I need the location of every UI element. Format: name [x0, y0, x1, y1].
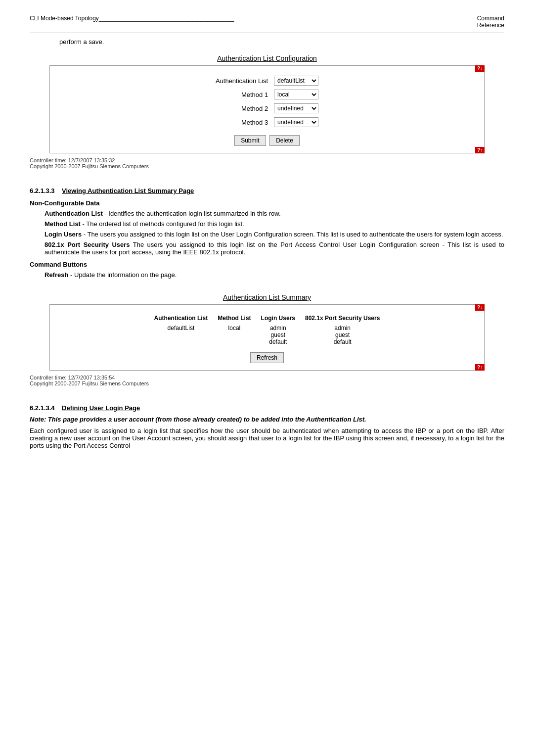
section-6214-note: Note: This page provides a user account … [30, 416, 504, 423]
section-6214: 6.2.1.3.4 Defining User Login Page Note:… [30, 404, 504, 449]
select-method3[interactable]: undefined local [274, 117, 318, 127]
select-method1[interactable]: local undefined [274, 90, 318, 99]
method-list-desc: Method List - The ordered list of method… [30, 220, 504, 228]
perform-save-text: perform a save. [59, 38, 504, 46]
table-row: defaultList local adminguestdefault admi… [149, 324, 385, 346]
page-header: CLI Mode-based Topology_________________… [30, 15, 504, 29]
label-method2: Method 2 [213, 101, 271, 115]
form-row-method2: Method 2 undefined local [213, 101, 321, 115]
corner-badge-bottom: ?↑ [475, 147, 485, 153]
submit-button[interactable]: Submit [234, 135, 266, 146]
config-section-title: Authentication List Configuration [30, 54, 504, 62]
select-method2[interactable]: undefined local [274, 103, 318, 113]
refresh-button[interactable]: Refresh [250, 352, 284, 363]
corner-badge-top: ?↓ [475, 65, 485, 72]
cell-login-users: adminguestdefault [256, 324, 300, 346]
config-button-row: Submit Delete [60, 135, 474, 146]
summary-section-title: Authentication List Summary [30, 293, 504, 301]
form-row-method1: Method 1 local undefined [213, 88, 321, 101]
summary-corner-badge-top: ?↓ [475, 304, 485, 311]
summary-box: ?↓ Authentication List Method List Login… [49, 304, 485, 371]
col-method-list: Method List [213, 313, 256, 324]
label-auth-list: Authentication List [213, 74, 271, 88]
form-row-method3: Method 3 undefined local [213, 115, 321, 129]
cell-auth-list: defaultList [149, 324, 213, 346]
login-users-desc: Login Users - The users you assigned to … [30, 231, 504, 238]
summary-table-header: Authentication List Method List Login Us… [149, 313, 385, 324]
select-auth-list[interactable]: defaultList [274, 76, 318, 86]
cell-method-list: local [213, 324, 256, 346]
port-security-desc: 802.1x Port Security Users The users you… [30, 241, 504, 256]
config-footer: Controller time: 12/7/2007 13:35:32 Copy… [30, 157, 504, 169]
config-box: ?↓ Authentication List defaultList Metho… [49, 65, 485, 153]
header-left: CLI Mode-based Topology_________________… [30, 15, 234, 29]
auth-list-summary-section: Authentication List Summary ?↓ Authentic… [30, 293, 504, 386]
summary-button-row: Refresh [60, 352, 474, 363]
col-login-users: Login Users [256, 313, 300, 324]
refresh-desc: Refresh - Update the information on the … [30, 271, 504, 279]
section-6214-heading: 6.2.1.3.4 Defining User Login Page [30, 404, 504, 412]
summary-corner-badge-bottom: ?↑ [475, 364, 485, 371]
auth-list-config-section: Authentication List Configuration ?↓ Aut… [30, 54, 504, 169]
form-row-auth-list: Authentication List defaultList [213, 74, 321, 88]
cell-port-security-users: adminguestdefault [300, 324, 385, 346]
label-method1: Method 1 [213, 88, 271, 101]
delete-button[interactable]: Delete [269, 135, 300, 146]
config-form-table: Authentication List defaultList Method 1… [213, 74, 321, 129]
command-buttons-heading: Command Buttons [30, 261, 504, 268]
header-right: CommandReference [477, 15, 504, 29]
auth-list-desc: Authentication List - Identifies the aut… [30, 210, 504, 217]
label-method3: Method 3 [213, 115, 271, 129]
col-port-security: 802.1x Port Security Users [300, 313, 385, 324]
section-6213: 6.2.1.3.3 Viewing Authentication List Su… [30, 187, 504, 279]
summary-table: Authentication List Method List Login Us… [149, 313, 385, 346]
section-6213-heading: 6.2.1.3.3 Viewing Authentication List Su… [30, 187, 504, 194]
summary-footer: Controller time: 12/7/2007 13:35:54 Copy… [30, 375, 504, 386]
col-auth-list: Authentication List [149, 313, 213, 324]
non-configurable-heading: Non-Configurable Data [30, 199, 504, 207]
section-6214-body: Each configured user is assigned to a lo… [30, 427, 504, 449]
